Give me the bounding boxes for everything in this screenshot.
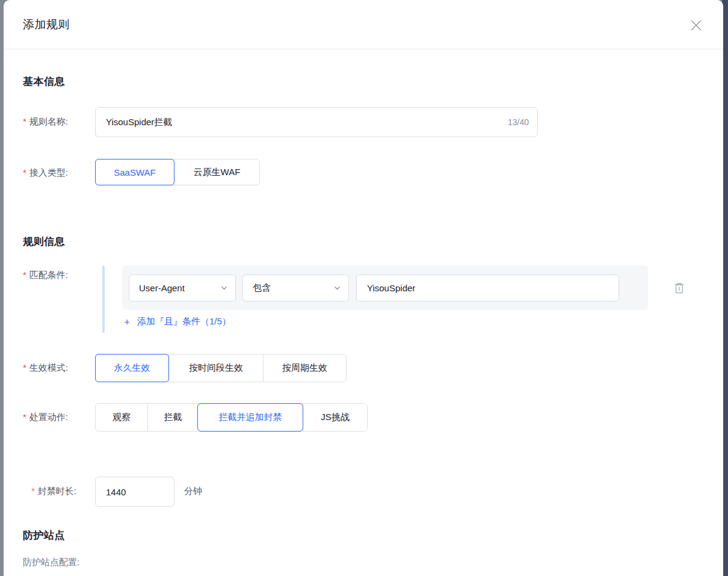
condition-group-bar bbox=[102, 265, 105, 333]
add-rule-dialog: 添加规则 基本信息 *规则名称: YisouSpider拦截 13/40 *接入… bbox=[4, 0, 723, 576]
action-label: *处置动作: bbox=[23, 412, 68, 423]
dialog-header: 添加规则 bbox=[4, 0, 723, 49]
condition-operator-value: 包含 bbox=[253, 282, 271, 294]
required-mark: * bbox=[23, 167, 26, 178]
required-mark: * bbox=[23, 412, 26, 422]
effect-mode-group: 永久生效 按时间段生效 按周期生效 bbox=[95, 354, 347, 382]
site-config-label: 防护站点配置: bbox=[23, 557, 79, 568]
section-title-site: 防护站点 bbox=[23, 528, 65, 542]
required-mark: * bbox=[23, 270, 26, 280]
rule-name-input[interactable]: YisouSpider拦截 13/40 bbox=[95, 107, 538, 137]
effect-mode-option-periodic[interactable]: 按周期生效 bbox=[263, 355, 346, 382]
ban-duration-value: 1440 bbox=[106, 487, 126, 497]
ban-duration-input[interactable]: 1440 bbox=[95, 477, 174, 507]
plus-icon: ＋ bbox=[122, 317, 132, 327]
chevron-down-icon bbox=[220, 284, 228, 292]
action-option-block[interactable]: 拦截 bbox=[147, 404, 198, 431]
chevron-down-icon bbox=[333, 284, 341, 292]
access-type-option-saaswaf[interactable]: SaaSWAF bbox=[95, 159, 174, 185]
action-option-block-and-ban[interactable]: 拦截并追加封禁 bbox=[197, 403, 303, 432]
condition-field-value: User-Agent bbox=[139, 283, 185, 293]
rule-name-label: *规则名称: bbox=[23, 116, 68, 128]
access-type-option-cloud-native-waf[interactable]: 云原生WAF bbox=[174, 159, 259, 185]
close-button[interactable] bbox=[687, 16, 705, 34]
condition-field-select[interactable]: User-Agent bbox=[129, 274, 236, 302]
section-title-basic: 基本信息 bbox=[23, 75, 65, 88]
ban-duration-label: *封禁时长: bbox=[31, 486, 76, 497]
access-type-label: *接入类型: bbox=[23, 167, 68, 179]
close-icon bbox=[689, 18, 703, 33]
access-type-group: SaaSWAF 云原生WAF bbox=[95, 159, 260, 185]
action-option-observe[interactable]: 观察 bbox=[96, 404, 147, 431]
add-and-condition-link[interactable]: ＋ 添加『且』条件（1/5） bbox=[122, 316, 231, 327]
section-title-rule: 规则信息 bbox=[23, 235, 65, 249]
condition-value: YisouSpider bbox=[367, 283, 415, 293]
rule-name-value: YisouSpider拦截 bbox=[106, 117, 172, 128]
condition-value-input[interactable]: YisouSpider bbox=[356, 274, 619, 302]
match-condition-label: *匹配条件: bbox=[23, 270, 68, 281]
effect-mode-option-permanent[interactable]: 永久生效 bbox=[95, 354, 169, 382]
effect-mode-label: *生效模式: bbox=[23, 362, 68, 374]
required-mark: * bbox=[23, 362, 26, 373]
trash-icon bbox=[673, 282, 685, 294]
condition-operator-select[interactable]: 包含 bbox=[242, 274, 349, 302]
required-mark: * bbox=[23, 116, 26, 126]
ban-duration-unit: 分钟 bbox=[184, 486, 202, 497]
rule-name-counter: 13/40 bbox=[508, 117, 529, 127]
dialog-title: 添加规则 bbox=[23, 17, 70, 33]
effect-mode-option-time-range[interactable]: 按时间段生效 bbox=[168, 355, 263, 382]
delete-condition-button[interactable] bbox=[671, 279, 688, 296]
required-mark: * bbox=[31, 486, 35, 496]
condition-row-panel: User-Agent 包含 YisouSpider bbox=[122, 265, 648, 310]
action-option-js-challenge[interactable]: JS挑战 bbox=[303, 404, 367, 431]
add-and-condition-text: 添加『且』条件（1/5） bbox=[137, 316, 231, 327]
action-group: 观察 拦截 拦截并追加封禁 JS挑战 bbox=[95, 403, 368, 432]
